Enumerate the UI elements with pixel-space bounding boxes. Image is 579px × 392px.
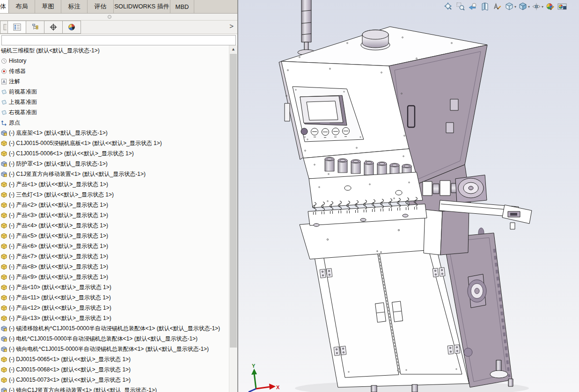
tree-item-label: (-) 防护罩<1> (默认<默认_显示状态-1>) — [9, 160, 108, 168]
tab-assembly[interactable]: 体 — [0, 0, 9, 13]
display-style-icon[interactable] — [517, 1, 529, 12]
tree-item[interactable]: (-) 三色灯<1> (默认<<默认>_显示状态 1>) — [0, 189, 229, 200]
top-vent-port[interactable] — [361, 30, 390, 50]
feature-manager-panel: > 锡机三维模型 (默认<默认_显示状态-1>) History传感器注解前视基… — [0, 21, 237, 392]
tree-item[interactable]: (-) 产品<1> (默认<<默认>_显示状态 1>) — [0, 179, 229, 189]
tree-item-label: (-) 锡渣移除机构^C1J0015-0000半自动浸锡机总装配体<1> (默认… — [9, 325, 220, 333]
tree-item[interactable]: (-) 产品<10> (默认<<默认>_显示状态 1>) — [0, 282, 229, 292]
tree-item[interactable]: (-) 锡渣移除机构^C1J0015-0000半自动浸锡机总装配体<1> (默认… — [0, 323, 229, 334]
tree-item[interactable]: (-) 产品<2> (默认<<默认>_显示状态 1>) — [0, 200, 229, 210]
part-icon — [1, 254, 7, 260]
tree-item[interactable]: (-) 镜向电机^C1J0015-0000半自动浸锡机总装配体<1> (默认<默… — [0, 344, 229, 354]
part-icon — [1, 212, 7, 218]
tree-item[interactable]: 注解 — [0, 76, 229, 87]
tree-item[interactable]: (-) 产品<7> (默认<<默认>_显示状态 1>) — [0, 251, 229, 261]
tree-item[interactable]: (-) 产品<4> (默认<<默认>_显示状态 1>) — [0, 220, 229, 231]
tree-item[interactable]: (-) 产品<9> (默认<<默认>_显示状态 1>) — [0, 272, 229, 282]
upper-cabinet-front[interactable] — [281, 61, 409, 158]
door-hinge — [446, 123, 454, 133]
tree-item[interactable]: 原点 — [0, 117, 229, 128]
tree-item[interactable]: (-) CJ0015-0068<1> (默认<<默认>_显示状态 1>) — [0, 364, 229, 375]
tree-item-label: 注解 — [9, 78, 20, 86]
tab-layout[interactable]: 布局 — [9, 0, 35, 13]
tree-filter-box[interactable] — [1, 35, 236, 45]
zoom-to-area-icon[interactable] — [454, 1, 467, 12]
tab-sketch[interactable]: 草图 — [35, 0, 61, 13]
previous-view-icon[interactable] — [467, 1, 479, 12]
assembly-icon — [1, 346, 7, 352]
tree-item[interactable]: (-) 电机^C1J0015-0000半自动浸锡机总装配体<1> (默认<默认_… — [0, 334, 229, 344]
tree-item[interactable]: (-) 防护罩<1> (默认<默认_显示状态-1>) — [0, 159, 229, 169]
view-orientation-dropdown-icon[interactable]: ▾ — [514, 5, 516, 9]
tree-root-item[interactable]: 锡机三维模型 (默认<默认_显示状态-1>) — [0, 45, 229, 56]
tree-root-label: 锡机三维模型 (默认<默认_显示状态-1>) — [1, 47, 100, 55]
tree-item[interactable]: (-) 产品<6> (默认<<默认>_显示状态 1>) — [0, 241, 229, 251]
left-side-handle[interactable] — [285, 103, 290, 121]
heads-up-toolbar: ▾ ▾ ▾ — [442, 1, 568, 12]
tree-item-label: (-) 产品<7> (默认<<默认>_显示状态 1>) — [9, 253, 108, 261]
tree-item-label: (-) 电机^C1J0015-0000半自动浸锡机总装配体<1> (默认<默认_… — [9, 335, 198, 343]
lower-cabinet[interactable] — [313, 243, 469, 387]
hide-show-items-dropdown-icon[interactable]: ▾ — [542, 5, 543, 9]
tree-item[interactable]: (-) C1J0015-0006<1> (默认<<默认>_显示状态 1>) — [0, 148, 229, 159]
edit-appearance-icon[interactable] — [544, 1, 556, 12]
panel-tab-dimxpert[interactable] — [44, 21, 63, 34]
tab-markup[interactable]: 标注 — [61, 0, 88, 13]
tab-solidworks-addins[interactable]: SOLIDWORKS 插件 — [114, 0, 170, 13]
display-style-dropdown-icon[interactable]: ▾ — [528, 5, 530, 9]
tree-scrollbar[interactable]: ▲ — [229, 45, 237, 392]
tree-item[interactable]: (-) DJ0015-0065<1> (默认<<默认>_显示状态 1>) — [0, 354, 229, 364]
tree-item-label: (-) DJ0015-0065<1> (默认<<默认>_显示状态 1>) — [9, 356, 131, 363]
tab-mbd[interactable]: MBD — [170, 0, 194, 13]
tree-item[interactable]: (-) 产品<3> (默认<<默认>_显示状态 1>) — [0, 210, 229, 220]
tree-item-label: (-) CJ0015-0073<1> (默认<<默认>_显示状态 1>) — [9, 376, 131, 384]
tree-item[interactable]: (-) 底座架<1> (默认<默认_显示状态-1>) — [0, 128, 229, 138]
tree-item-label: (-) 镜向C1J竖直方向移动装置<1> (默认<默认_显示状态-1>) — [9, 386, 157, 392]
triad-y-label: Y — [252, 363, 256, 369]
plane-icon — [1, 109, 7, 116]
part-icon — [1, 223, 7, 229]
tree-item-label: (-) 产品<12> (默认<<默认>_显示状态 1>) — [9, 304, 111, 312]
hide-show-annotations-icon[interactable] — [491, 1, 503, 12]
reference-triad: Y X — [249, 363, 280, 392]
vertical-rod[interactable] — [298, 0, 315, 55]
tree-item[interactable]: (-) 产品<12> (默认<<默认>_显示状态 1>) — [0, 303, 229, 313]
tree-item[interactable]: (-) 产品<13> (默认<<默认>_显示状态 1>) — [0, 313, 229, 323]
part-icon — [1, 264, 7, 270]
panel-tab-partial[interactable] — [0, 21, 8, 34]
tree-item-label: (-) C1J0015-0006<1> (默认<<默认>_显示状态 1>) — [9, 150, 134, 158]
triad-x-label: X — [276, 385, 280, 390]
hmi-screen[interactable] — [307, 101, 338, 120]
hide-show-items-icon[interactable] — [530, 1, 542, 12]
ribbon-expand-handle[interactable] — [108, 15, 111, 19]
tree-item[interactable]: 上视基准面 — [0, 97, 229, 107]
tree-item[interactable]: (-) 产品<5> (默认<<默认>_显示状态 1>) — [0, 231, 229, 241]
tree-item[interactable]: (-) 镜向C1J竖直方向移动装置<1> (默认<默认_显示状态-1>) — [0, 385, 229, 392]
tree-item[interactable]: (-) 产品<8> (默认<<默认>_显示状态 1>) — [0, 261, 229, 272]
panel-tab-display-manager[interactable] — [63, 21, 81, 34]
scroll-up-arrow-icon[interactable]: ▲ — [229, 45, 237, 53]
tree-item[interactable]: 传感器 — [0, 66, 229, 76]
tree-item[interactable]: (-) CJ0015-0073<1> (默认<<默认>_显示状态 1>) — [0, 375, 229, 385]
panel-overflow-chevron-icon[interactable]: > — [229, 22, 234, 30]
apply-scene-icon[interactable] — [556, 1, 568, 12]
view-orientation-icon[interactable] — [503, 1, 515, 12]
scrollbar-thumb[interactable] — [230, 54, 237, 348]
tree-item[interactable]: (-) C1J竖直方向移动装置<1> (默认<默认_显示状态-1>) — [0, 169, 229, 179]
mid-fan[interactable] — [455, 175, 487, 203]
panel-splitter[interactable] — [237, 0, 238, 392]
tab-evaluate[interactable]: 评估 — [88, 0, 114, 13]
panel-tab-configurations[interactable] — [26, 21, 44, 34]
tree-item[interactable]: 右视基准面 — [0, 107, 229, 117]
section-view-icon[interactable] — [479, 1, 491, 12]
tree-item-label: (-) 产品<1> (默认<<默认>_显示状态 1>) — [9, 181, 108, 189]
tree-item[interactable]: (-) 产品<11> (默认<<默认>_显示状态 1>) — [0, 292, 229, 303]
machine-model[interactable]: Y X — [238, 0, 579, 392]
tree-item[interactable]: (-) C1J0015-0005浸锡机底板<1> (默认<<默认>_显示状态 1… — [0, 138, 229, 148]
zoom-to-fit-icon[interactable] — [442, 1, 454, 12]
panel-tab-feature-tree[interactable] — [8, 21, 26, 34]
tree-item[interactable]: 前视基准面 — [0, 87, 229, 97]
tree-item-label: 传感器 — [9, 67, 26, 75]
graphics-viewport[interactable]: ▾ ▾ ▾ — [238, 0, 579, 392]
tree-item[interactable]: History — [0, 56, 229, 66]
